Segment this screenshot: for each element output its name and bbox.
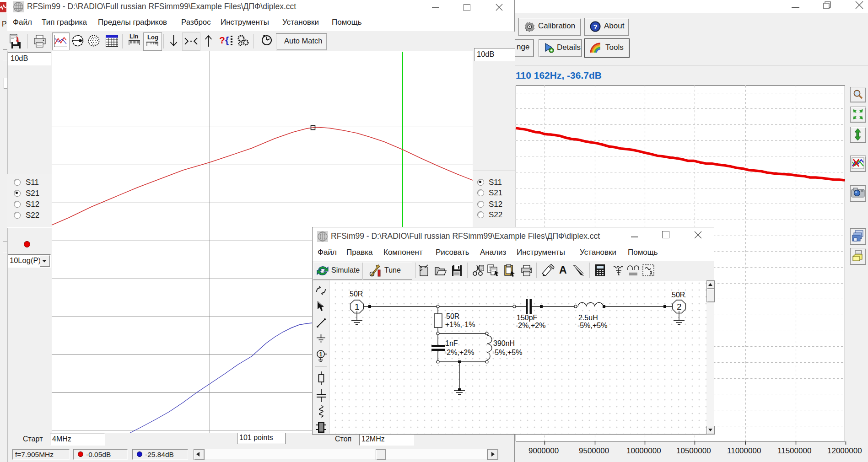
svg-text:50R: 50R — [672, 291, 685, 299]
svg-text:50R: 50R — [446, 312, 459, 320]
svg-text:1: 1 — [355, 302, 360, 312]
svg-text:50R: 50R — [350, 290, 363, 298]
svg-text:2: 2 — [677, 302, 682, 312]
svg-text:1: 1 — [319, 351, 323, 358]
svg-text:-5%,+5%: -5%,+5% — [577, 322, 607, 329]
svg-text:390nH: 390nH — [493, 339, 515, 347]
svg-text:?: ? — [593, 23, 597, 31]
svg-text:+1%,-1%: +1%,-1% — [445, 321, 475, 328]
svg-text:1nF: 1nF — [445, 339, 458, 347]
svg-text:150pF: 150pF — [517, 314, 538, 322]
svg-text:-2%,+2%: -2%,+2% — [444, 349, 474, 356]
svg-text:2.5uH: 2.5uH — [578, 314, 598, 322]
svg-text:-2%,+2%: -2%,+2% — [516, 322, 545, 329]
svg-text:-5%,+5%: -5%,+5% — [492, 349, 522, 356]
